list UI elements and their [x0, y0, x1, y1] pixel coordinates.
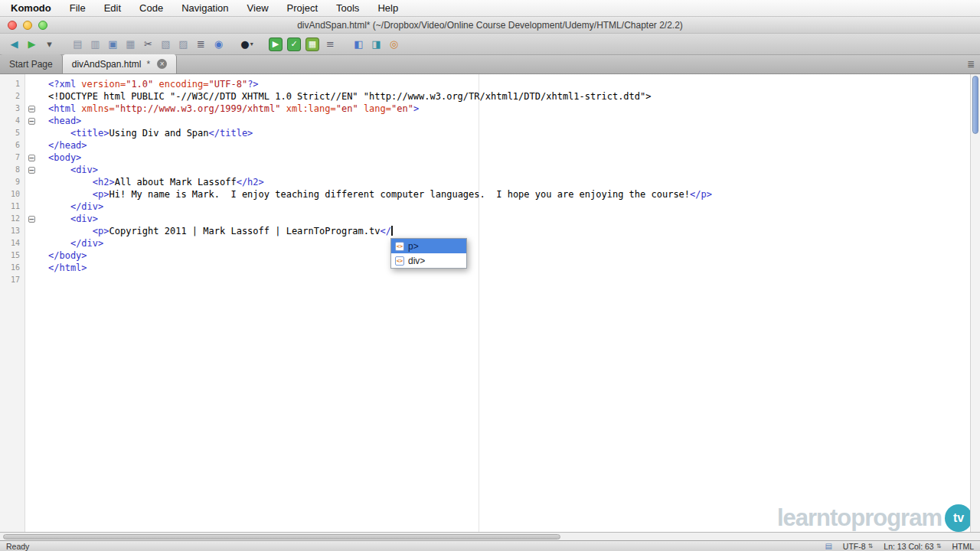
code-line[interactable]: 4−<head>: [0, 115, 980, 127]
menu-item-view[interactable]: View: [247, 2, 269, 14]
menu-item-help[interactable]: Help: [377, 2, 398, 14]
split-view-button[interactable]: ◨: [368, 36, 384, 52]
encoding-selector[interactable]: UTF-8 ⇅: [843, 542, 873, 551]
editor[interactable]: 1<?xml version="1.0" encoding="UTF-8"?>2…: [0, 74, 980, 532]
zoom-window-button[interactable]: [38, 21, 47, 30]
forward-button[interactable]: ▶: [24, 36, 40, 52]
open-file-button[interactable]: ▥: [87, 36, 103, 52]
code-line[interactable]: 7−<body>: [0, 152, 980, 164]
printer-icon: ≣: [197, 39, 205, 49]
code-line[interactable]: 14 </div>: [0, 237, 980, 249]
tab-close-icon[interactable]: ×: [157, 59, 167, 69]
code-text: [38, 274, 48, 286]
cut-button[interactable]: ✂: [140, 36, 156, 52]
fold-marker-icon[interactable]: −: [28, 167, 35, 174]
language-mode[interactable]: HTML: [952, 542, 974, 551]
status-right: ▤ UTF-8 ⇅ Ln: 13 Col: 63 ⇅ HTML: [825, 542, 974, 551]
code-line[interactable]: 6</head>: [0, 139, 980, 152]
copy-button[interactable]: ▧: [158, 36, 174, 52]
code-line[interactable]: 17: [0, 274, 980, 286]
menu-item-navigation[interactable]: Navigation: [181, 2, 228, 14]
code-line[interactable]: 3−<html xmlns="http://www.w3.org/1999/xh…: [0, 103, 980, 115]
autocomplete-item[interactable]: <>p>: [391, 239, 466, 253]
code-text: <?xml version="1.0" encoding="UTF-8"?>: [38, 78, 259, 90]
code-line[interactable]: 9 <h2>All about Mark Lassoff</h2>: [0, 176, 980, 188]
preview-browser-button[interactable]: ◧: [351, 36, 367, 52]
code-line[interactable]: 13 <p>Copyright 2011 | Mark Lassoff | Le…: [0, 225, 980, 237]
history-dropdown[interactable]: ▾: [41, 36, 57, 52]
code-line[interactable]: 2<!DOCTYPE html PUBLIC "-//W3C//DTD XHTM…: [0, 90, 980, 103]
line-number: 12: [0, 213, 24, 225]
syntax-check-icon[interactable]: ▤: [825, 542, 831, 550]
menu-item-tools[interactable]: Tools: [336, 2, 359, 14]
preview-button[interactable]: ◉: [211, 36, 227, 52]
fold-gutter: [24, 176, 38, 188]
print-button[interactable]: ≣: [193, 36, 209, 52]
fold-marker-icon[interactable]: −: [28, 155, 35, 161]
code-line[interactable]: 16</html>: [0, 262, 980, 274]
window-title: divAndSpan.html* (~/Dropbox/Video/Online…: [0, 20, 980, 31]
code-line[interactable]: 8− <div>: [0, 164, 980, 176]
cursor-position[interactable]: Ln: 13 Col: 63 ⇅: [884, 542, 941, 551]
toolbox-button[interactable]: ≡: [322, 36, 338, 52]
horizontal-scrollbar[interactable]: [0, 532, 980, 540]
open-file-icon: ▥: [90, 39, 100, 49]
run-command-button[interactable]: ▶: [269, 37, 283, 51]
code-text: </html>: [38, 262, 87, 274]
colors-button[interactable]: ◎: [386, 36, 402, 52]
vertical-scrollbar-thumb[interactable]: [972, 76, 978, 134]
code-text: <div>: [38, 164, 98, 176]
tab-start-page[interactable]: Start Page: [0, 54, 63, 73]
macro-record-dropdown[interactable]: ●▾: [239, 36, 255, 52]
code-line[interactable]: 15</body>: [0, 249, 980, 262]
code-line[interactable]: 10 <p>Hi! My name is Mark. I enjoy teach…: [0, 188, 980, 201]
code-line[interactable]: 5 <title>Using Div and Span</title>: [0, 127, 980, 139]
code-text: <head>: [38, 115, 81, 127]
fold-marker-icon[interactable]: −: [28, 118, 35, 125]
paste-button[interactable]: ▨: [175, 36, 191, 52]
menu-item-komodo[interactable]: Komodo: [11, 2, 51, 14]
new-tool-button[interactable]: ▦: [305, 37, 319, 51]
line-number: 6: [0, 139, 24, 152]
tab-divandspan[interactable]: divAndSpan.html*×: [63, 54, 177, 73]
element-tag-icon: <>: [395, 242, 404, 251]
code-text: <title>Using Div and Span</title>: [38, 127, 253, 139]
fold-gutter: −: [24, 213, 38, 225]
title-bar[interactable]: divAndSpan.html* (~/Dropbox/Video/Online…: [0, 17, 980, 34]
fold-marker-icon[interactable]: −: [28, 106, 35, 112]
code-text: </head>: [38, 139, 87, 152]
tab-list-icon[interactable]: ≣: [967, 59, 975, 70]
horizontal-scrollbar-thumb[interactable]: [3, 534, 560, 540]
stepper-icon: ⇅: [868, 543, 874, 549]
menu-item-edit[interactable]: Edit: [104, 2, 121, 14]
grid-icon: ▦: [309, 40, 316, 48]
line-number: 1: [0, 78, 24, 90]
menu-item-file[interactable]: File: [70, 2, 86, 14]
close-window-button[interactable]: [8, 21, 17, 30]
line-number: 5: [0, 127, 24, 139]
paste-icon: ▨: [178, 39, 188, 49]
fold-gutter: [24, 127, 38, 139]
code-line[interactable]: 11 </div>: [0, 201, 980, 213]
new-file-button[interactable]: ▤: [70, 36, 86, 52]
check-syntax-button[interactable]: ✓: [287, 37, 301, 51]
status-bar: Ready ▤ UTF-8 ⇅ Ln: 13 Col: 63 ⇅ HTML: [0, 540, 980, 551]
code-line[interactable]: 12− <div>: [0, 213, 980, 225]
minimize-window-button[interactable]: [23, 21, 32, 30]
fold-gutter: −: [24, 152, 38, 164]
fold-gutter: [24, 90, 38, 103]
vertical-scrollbar[interactable]: [970, 74, 980, 532]
back-button[interactable]: ◀: [6, 36, 22, 52]
code-text: </div>: [38, 201, 103, 213]
code-text: <p>Copyright 2011 | Mark Lassoff | Learn…: [38, 225, 393, 237]
run-icon: ▶: [273, 40, 279, 48]
code-line[interactable]: 1<?xml version="1.0" encoding="UTF-8"?>: [0, 78, 980, 90]
save-button[interactable]: ▣: [105, 36, 121, 52]
save-all-button[interactable]: ▦: [122, 36, 139, 52]
menu-item-code[interactable]: Code: [139, 2, 163, 14]
autocomplete-popup: <>p><>div>: [390, 238, 467, 269]
fold-marker-icon[interactable]: −: [28, 216, 35, 223]
autocomplete-item[interactable]: <>div>: [391, 253, 466, 268]
menu-item-project[interactable]: Project: [287, 2, 318, 14]
line-number: 3: [0, 103, 24, 115]
